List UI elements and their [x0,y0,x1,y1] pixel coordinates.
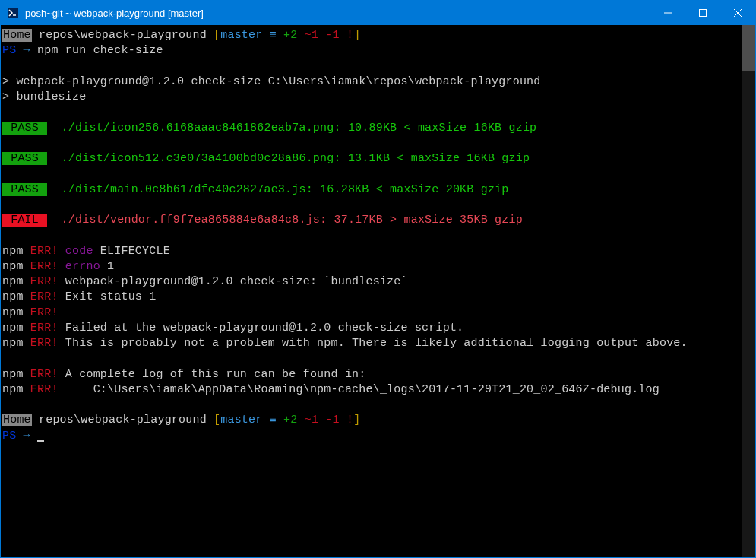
prompt-path: repos\webpack-playground [32,414,214,426]
cursor-icon [37,440,44,442]
npm-label: npm [2,275,24,288]
err-label: ERR! [24,245,59,258]
svg-rect-3 [700,10,707,17]
window-title: posh~git ~ webpack-playground [master] [25,8,650,19]
err-label: ERR! [24,337,59,350]
npm-label: npm [2,337,24,350]
pass-badge: PASS [2,183,47,196]
npm-label: npm [2,260,24,273]
git-deleted: -1 [318,29,340,42]
code-value: ELIFECYCLE [93,245,170,258]
git-deleted: -1 [318,414,340,426]
err-label: ERR! [24,306,59,319]
npm-label: npm [2,322,24,334]
app-icon [7,7,19,19]
err-msg-9: A complete log of this run can be found … [59,368,366,381]
home-badge: Home [2,414,32,426]
git-added: +2 [283,414,297,426]
npm-run-header-1: > webpack-playground@1.2.0 check-size C:… [2,75,741,90]
prompt-path: repos\webpack-playground [32,29,214,42]
code-label: code [59,245,93,258]
err-msg-4: Exit status 1 [59,290,157,303]
pass-badge: PASS [2,122,47,135]
err-label: ERR! [24,275,59,288]
terminal-output[interactable]: Home repos\webpack-playground [master ≡ … [1,25,742,557]
terminal-window: posh~git ~ webpack-playground [master] H… [0,0,756,558]
err-label: ERR! [24,290,59,303]
err-label: ERR! [24,383,59,396]
git-modified: ~1 [298,414,319,426]
npm-label: npm [2,306,24,319]
ps-label: PS [2,430,16,442]
minimize-button[interactable] [650,1,685,25]
result-1: ./dist/icon256.6168aaac8461862eab7a.png:… [47,122,536,135]
result-3: ./dist/main.0c8b617dfc40c2827ae3.js: 16.… [47,183,508,196]
err-msg-10: C:\Users\iamak\AppData\Roaming\npm-cache… [59,383,660,396]
errno-label: errno [59,260,100,273]
npm-run-header-2: > bundlesize [2,90,741,105]
branch-name: master [220,29,262,42]
git-added: +2 [283,29,297,42]
equiv-sign: ≡ [262,414,283,426]
err-msg-7: This is probably not a problem with npm.… [59,337,688,350]
ps-arrow: → [16,44,37,57]
npm-label: npm [2,290,24,303]
err-label: ERR! [24,368,59,381]
fail-badge: FAIL [2,214,47,227]
bracket-open: [ [214,29,220,42]
ps-arrow: → [16,430,37,442]
window-controls [650,1,755,25]
scrollbar[interactable] [742,25,755,557]
npm-label: npm [2,368,24,381]
git-modified: ~1 [298,29,319,42]
bracket-close: ] [353,29,360,42]
result-2: ./dist/icon512.c3e073a4100bd0c28a86.png:… [47,152,530,165]
ps-label: PS [2,44,16,57]
command-text: npm run check-size [37,44,163,57]
err-label: ERR! [24,322,59,334]
npm-label: npm [2,383,24,396]
err-msg-3: webpack-playground@1.2.0 check-size: `bu… [59,275,408,288]
terminal-area: Home repos\webpack-playground [master ≡ … [1,25,755,557]
scrollbar-thumb[interactable] [742,25,755,71]
bracket-close: ] [353,414,360,426]
maximize-button[interactable] [685,1,720,25]
bracket-open: [ [214,414,220,426]
equiv-sign: ≡ [262,29,283,42]
close-button[interactable] [720,1,755,25]
home-badge: Home [2,29,32,42]
err-label: ERR! [24,260,59,273]
pass-badge: PASS [2,152,47,165]
titlebar[interactable]: posh~git ~ webpack-playground [master] [1,1,755,25]
err-msg-6: Failed at the webpack-playground@1.2.0 c… [59,322,464,334]
git-bang: ! [340,414,353,426]
branch-name: master [220,414,262,426]
git-bang: ! [340,29,353,42]
result-4: ./dist/vendor.ff9f7ea865884e6a84c8.js: 3… [47,214,523,227]
npm-label: npm [2,245,24,258]
errno-value: 1 [100,260,114,273]
